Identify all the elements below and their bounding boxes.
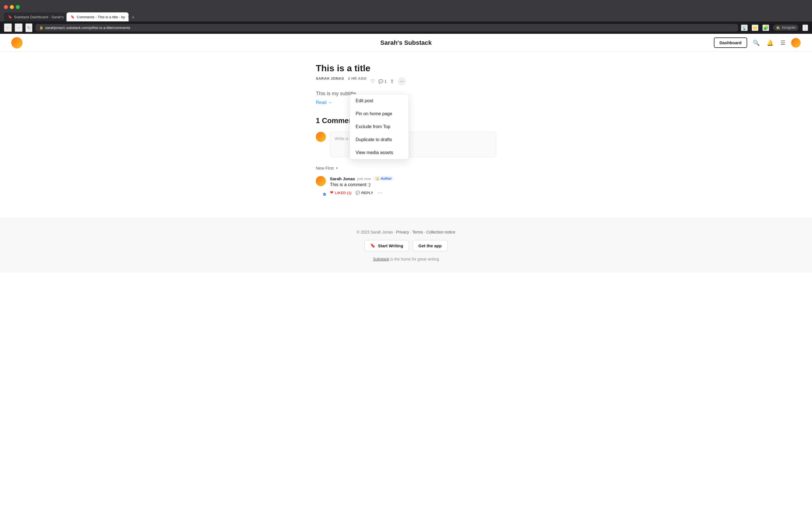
start-writing-icon: 🔖 <box>370 243 375 248</box>
comment-count: 1 <box>384 79 387 83</box>
traffic-lights[interactable] <box>4 5 20 9</box>
site-header: Sarah's Substack Dashboard 🔍 🔔 ☰ <box>0 34 812 52</box>
footer-buttons: 🔖 Start Writing Get the app <box>6 240 806 251</box>
dropdown-item-media[interactable]: View media assets <box>350 146 409 159</box>
browser-actions: 📡 ⭐ 🧩 🕵️ Incognito ⋮ <box>741 24 808 31</box>
notifications-button[interactable]: 🔔 <box>765 38 775 47</box>
sort-bar: New First ▼ <box>316 166 496 170</box>
dropdown-item-duplicate[interactable]: Duplicate to drafts <box>350 133 409 146</box>
post-actions-wrapper: ♡ 💬 1 ⇧ ⋯ Edit post Pin on home page Exc… <box>370 77 406 86</box>
bookmark-button[interactable]: ⭐ <box>752 24 758 31</box>
dropdown-item-edit[interactable]: Edit post <box>350 94 409 107</box>
footer-copyright: © 2023 Sarah Jonas <box>357 230 393 234</box>
more-options-button[interactable]: ⋯ <box>398 77 406 86</box>
extension-button[interactable]: 🧩 <box>762 24 769 31</box>
footer-collection-link[interactable]: Collection notice <box>426 230 455 234</box>
post-timestamp: 2 HR AGO <box>348 76 366 80</box>
heart-icon: ❤ <box>330 190 334 195</box>
comment-actions: ❤ LIKED (1) 💬 REPLY ⋯ <box>330 189 496 196</box>
comment-body: Sarah Jonas just now 🔱 Author This is a … <box>330 176 496 196</box>
dropdown-item-pin[interactable]: Pin on home page <box>350 107 409 120</box>
minimize-traffic-light[interactable] <box>10 5 14 9</box>
comment-user-avatar <box>316 132 326 142</box>
liked-label: LIKED (1) <box>335 191 352 195</box>
checkmark-icon <box>323 193 326 195</box>
site-footer: © 2023 Sarah Jonas · Privacy · Terms · C… <box>0 218 812 273</box>
reply-label: REPLY <box>361 191 373 195</box>
header-actions: Dashboard 🔍 🔔 ☰ <box>714 38 801 48</box>
new-tab-button[interactable]: + <box>129 13 137 21</box>
user-avatar[interactable] <box>791 38 801 48</box>
dropdown-item-exclude[interactable]: Exclude from Top <box>350 120 409 133</box>
tab-close-2[interactable]: ✕ <box>128 15 129 19</box>
tab-favicon-2: 🔖 <box>70 15 74 19</box>
site-title: Sarah's Substack <box>380 39 432 47</box>
tab-comments[interactable]: 🔖 Comments - This is a title - by ✕ <box>66 12 129 21</box>
address-bar: ← → ↻ 🔒 sarahjonas1.substack.com/p/this-… <box>0 21 812 34</box>
site-logo[interactable] <box>11 37 22 48</box>
start-writing-button[interactable]: 🔖 Start Writing <box>364 240 409 251</box>
post-title: This is a title <box>316 63 496 73</box>
commenter-name: Sarah Jonas <box>330 176 355 181</box>
search-button[interactable]: 🔍 <box>752 38 761 47</box>
substack-tagline-link[interactable]: Substack <box>373 257 389 262</box>
share-button[interactable]: ⇧ <box>390 78 394 84</box>
incognito-badge: 🕵️ Incognito <box>773 24 799 31</box>
author-badge-icon: 🔱 <box>375 177 379 180</box>
reply-comment-button[interactable]: 💬 REPLY <box>356 191 373 195</box>
footer-tagline: Substack is the home for great writing <box>6 257 806 262</box>
comment-header: Sarah Jonas just now 🔱 Author <box>330 176 496 181</box>
footer-tagline-suffix: is the home for great writing <box>390 257 439 262</box>
close-traffic-light[interactable] <box>4 5 8 9</box>
footer-privacy-link[interactable]: Privacy <box>396 230 409 234</box>
post-meta: SARAH JONAS 2 HR AGO <box>316 76 366 80</box>
post-author: SARAH JONAS <box>316 76 344 80</box>
refresh-button[interactable]: ↻ <box>26 23 33 32</box>
like-button[interactable]: ♡ <box>370 78 375 84</box>
author-badge: 🔱 Author <box>373 176 394 181</box>
tab-favicon-1: 🔖 <box>8 15 12 19</box>
footer-separator-3: · <box>424 230 426 234</box>
address-text: sarahjonas1.substack.com/p/this-is-a-tit… <box>45 25 130 30</box>
main-content: This is a title SARAH JONAS 2 HR AGO ♡ 💬… <box>310 52 502 218</box>
verified-badge <box>322 192 326 196</box>
comment-item: Sarah Jonas just now 🔱 Author This is a … <box>316 176 496 196</box>
dashboard-button[interactable]: Dashboard <box>714 38 747 48</box>
start-writing-label: Start Writing <box>378 243 403 248</box>
forward-button[interactable]: → <box>15 23 22 32</box>
comment-icon: 💬 <box>378 79 383 83</box>
tab-dashboard[interactable]: 🔖 Substack Dashboard - Sarah's ✕ <box>4 12 66 21</box>
footer-separator-1: · <box>394 230 396 234</box>
get-app-button[interactable]: Get the app <box>412 240 448 251</box>
commenter-avatar <box>316 176 326 186</box>
like-comment-button[interactable]: ❤ LIKED (1) <box>330 190 352 195</box>
post-read-link[interactable]: Read → <box>316 100 333 105</box>
page: Sarah's Substack Dashboard 🔍 🔔 ☰ This is… <box>0 34 812 507</box>
reply-icon: 💬 <box>356 191 360 195</box>
footer-terms-link[interactable]: Terms <box>412 230 423 234</box>
fullscreen-traffic-light[interactable] <box>16 5 20 9</box>
sort-label: New First <box>316 166 334 170</box>
tab-label-2: Comments - This is a title - by <box>77 15 125 19</box>
menu-button[interactable]: ☰ <box>779 38 786 47</box>
comment-text: This is a comment :) <box>330 182 496 187</box>
comment-button[interactable]: 💬 1 <box>378 79 387 83</box>
incognito-icon: 🕵️ <box>776 25 780 30</box>
get-app-label: Get the app <box>418 243 442 248</box>
lock-icon: 🔒 <box>39 25 43 30</box>
tab-label-1: Substack Dashboard - Sarah's <box>14 15 64 19</box>
comment-timestamp: just now <box>357 177 371 181</box>
sort-button[interactable]: New First ▼ <box>316 166 338 170</box>
post-actions: ♡ 💬 1 ⇧ ⋯ <box>370 77 406 86</box>
cast-button[interactable]: 📡 <box>741 24 748 31</box>
incognito-label: Incognito <box>782 25 796 30</box>
author-badge-label: Author <box>380 177 392 180</box>
footer-legal: © 2023 Sarah Jonas · Privacy · Terms · C… <box>6 230 806 234</box>
tabs-bar: 🔖 Substack Dashboard - Sarah's ✕ 🔖 Comme… <box>0 11 812 21</box>
post-dropdown-menu: Edit post Pin on home page Exclude from … <box>350 94 409 159</box>
more-browser-button[interactable]: ⋮ <box>802 24 808 31</box>
back-button[interactable]: ← <box>4 23 12 32</box>
address-input[interactable]: 🔒 sarahjonas1.substack.com/p/this-is-a-t… <box>35 24 738 32</box>
comment-more-button[interactable]: ⋯ <box>377 189 382 196</box>
sort-chevron-icon: ▼ <box>335 166 338 170</box>
